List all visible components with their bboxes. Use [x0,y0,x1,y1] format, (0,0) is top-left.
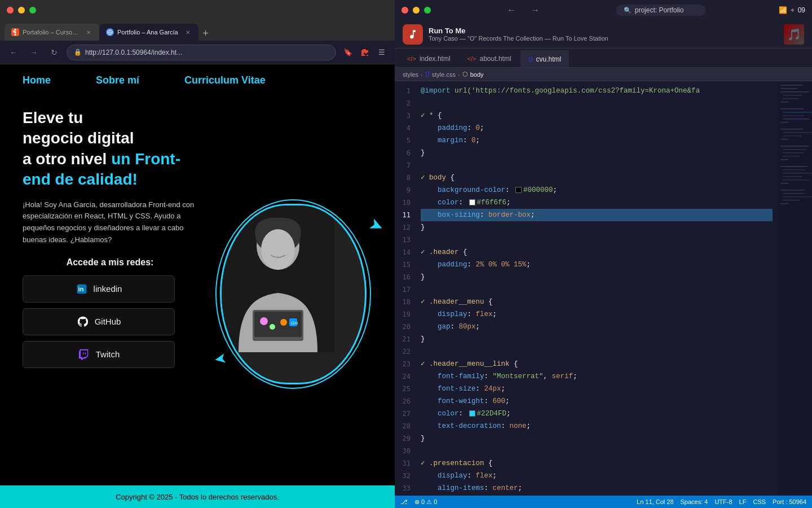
svg-rect-24 [783,98,798,99]
svg-rect-27 [783,112,812,113]
svg-rect-45 [780,183,789,184]
breadcrumb-sep2: › [458,71,460,78]
extensions-icon[interactable] [358,45,372,60]
svg-rect-41 [783,169,805,170]
svg-rect-30 [780,122,789,123]
line-num-24: 24 [403,370,411,383]
twitch-button[interactable]: Twitch [23,341,175,368]
code-line-20: gap: 80px; [421,321,773,333]
time-display: 09 [798,6,805,14]
status-right: Ln 11, Col 28 Spaces: 4 UTF-8 LF CSS Por… [637,498,806,505]
line-num-1: 1 [407,85,411,97]
file-tab-about[interactable]: </> about.html [460,50,519,67]
forward-button[interactable]: → [26,45,42,60]
svg-rect-26 [780,108,804,110]
line-num-21: 21 [403,333,411,345]
close-button[interactable] [7,7,14,14]
line-num-14: 14 [403,246,411,259]
breadcrumb-selector-icon: ⬡ [462,71,468,78]
svg-rect-36 [783,149,806,150]
code-line-15: padding: 2% 0% 0% 15%; [421,259,773,271]
breadcrumb-styles: styles [403,71,418,78]
line-num-27: 27 [403,408,411,420]
github-button[interactable]: GitHub [23,308,175,335]
line-num-10: 10 [403,196,411,209]
code-line-4: padding: 0; [421,122,773,134]
svg-rect-32 [783,132,812,133]
code-line-5: margin: 0; [421,134,773,147]
window-chrome [0,0,395,20]
svg-rect-35 [780,146,809,147]
new-tab-button[interactable]: + [198,26,213,41]
address-bar[interactable]: 🔒 http://127.0.0.1:50964/index.ht... [67,45,336,60]
twitch-icon [78,348,90,361]
editor-forward-icon[interactable]: → [527,5,543,15]
svg-text:in: in [78,286,83,292]
menu-icon[interactable]: ☰ [374,45,389,60]
error-icon: ⊗ [414,498,420,505]
editor-maximize-button[interactable] [424,7,431,14]
browser-tab-portfolio[interactable]: Portfolio – Ana García ✕ [99,24,198,41]
editor-search-bar[interactable]: 🔍 project: Portfolio [616,5,706,16]
tab1-close-icon[interactable]: ✕ [85,28,92,36]
twitch-label: Twitch [96,349,120,359]
linkedin-icon: in [76,283,88,295]
music-album-art: 🎵 [784,24,804,45]
svg-rect-50 [780,203,789,204]
nav-home[interactable]: Home [23,75,51,86]
svg-rect-42 [783,173,812,174]
code-line-9: background-color: #000000; [421,184,773,196]
browser-tab-figma[interactable]: Portafolio – Curso 3 (Copy) – Fig... ✕ [5,24,99,41]
status-left: ⎇ ⊗ 0 ⚠ 0 [400,498,437,506]
svg-rect-3 [13,30,15,32]
file-tab-cvu[interactable]: ⟨⟩ cvu.html [520,50,570,67]
warning-icon: ⚠ [426,498,432,505]
editor-minimize-button[interactable] [413,7,420,14]
svg-rect-2 [14,34,16,36]
editor-panel: ← → 🔍 project: Portfolio 📶 ⌖ 09 Run To M… [395,0,812,508]
minimize-button[interactable] [18,7,25,14]
editor-back-icon[interactable]: ← [504,5,519,15]
search-icon: 🔍 [624,7,632,14]
editor-close-button[interactable] [401,7,408,14]
code-line-13 [421,234,773,246]
maximize-button[interactable] [29,7,36,14]
file-tab-index[interactable]: </> index.html [399,50,458,67]
code-line-12: } [421,221,773,234]
code-line-31: ✓ .presentacion { [421,457,773,470]
line-num-7: 7 [407,159,411,172]
reload-button[interactable]: ↻ [46,45,62,60]
linkedin-label: linkedin [94,284,122,294]
figma-favicon-icon [11,28,19,36]
svg-text:GH: GH [291,321,298,326]
code-line-16: } [421,271,773,283]
svg-rect-29 [783,119,810,120]
nav-sobre-mi[interactable]: Sobre mí [96,75,139,86]
spaces-display: Spaces: 4 [681,498,708,505]
code-line-32: display: flex; [421,470,773,482]
tab2-label: Portfolio – Ana García [117,29,178,36]
linkedin-button[interactable]: in linkedin [23,275,175,303]
bookmark-icon[interactable]: 🔖 [341,45,355,60]
breadcrumb-file: style.css [432,71,456,78]
line-num-17: 17 [403,283,411,296]
code-content[interactable]: @import url('https://fonts.googleapis.co… [415,81,778,496]
port-display: Port : 50964 [773,498,806,505]
tab2-close-icon[interactable]: ✕ [184,28,192,36]
line-num-30: 30 [403,445,411,457]
code-line-3: ✓ * { [421,110,773,122]
line-num-16: 16 [403,271,411,283]
site-main: Eleve tu negocio digital a otro nivel un… [0,97,395,485]
breadcrumb-sep1: › [421,71,423,78]
arrow-decoration-2-icon: ➤ [213,349,228,368]
back-button[interactable]: ← [6,45,21,60]
line-num-31: 31 [403,457,411,470]
svg-rect-22 [780,91,809,93]
svg-rect-31 [780,129,803,130]
code-line-26: font-weight: 600; [421,395,773,408]
code-area: 1 2 3 4 5 6 7 8 9 10 11 12 13 14 15 16 1… [395,81,812,496]
nav-curriculum[interactable]: Curriculum Vitae [184,75,266,86]
code-line-21: } [421,333,773,345]
music-app-icon [403,24,423,45]
code-line-10: color: #f6f6f6; [421,196,773,209]
